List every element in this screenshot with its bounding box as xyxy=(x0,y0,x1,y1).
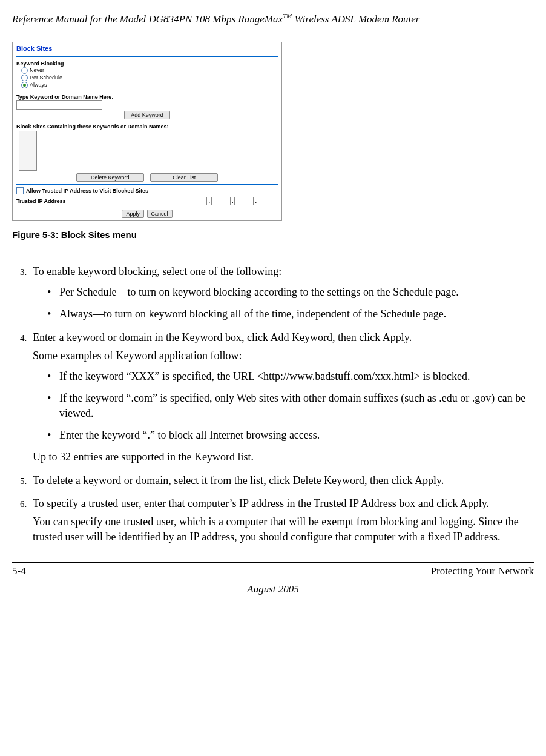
footer-section: Protecting Your Network xyxy=(431,565,534,577)
figure-caption: Figure 5-3: Block Sites menu xyxy=(12,230,534,240)
divider xyxy=(16,91,278,91)
sub-item: If the keyword “XXX” is specified, the U… xyxy=(47,369,534,383)
block-sites-screenshot: Block Sites Keyword Blocking Never Per S… xyxy=(12,42,282,221)
page-footer: 5-4 Protecting Your Network xyxy=(12,562,534,577)
clear-list-button[interactable]: Clear List xyxy=(150,173,218,182)
list-item: To enable keyword blocking, select one o… xyxy=(29,264,534,322)
header-title-pre: Reference Manual for the Model DG834PN 1… xyxy=(12,13,283,25)
sub-item: If the keyword “.com” is specified, only… xyxy=(47,391,534,420)
list-item: To delete a keyword or domain, select it… xyxy=(29,473,534,488)
sub-item: Enter the keyword “.” to block all Inter… xyxy=(47,428,534,442)
li4-p1: Some examples of Keyword application fol… xyxy=(33,348,534,363)
radio-icon-selected xyxy=(21,82,28,88)
ip-octet-3[interactable] xyxy=(234,197,254,205)
header-title-post: Wireless ADSL Modem Router xyxy=(292,13,419,25)
ip-octet-2[interactable] xyxy=(211,197,231,205)
divider xyxy=(16,184,278,185)
keyword-blocking-label: Keyword Blocking xyxy=(16,61,278,67)
radio-never[interactable]: Never xyxy=(21,67,278,74)
radio-always[interactable]: Always xyxy=(21,82,278,88)
list-item: Enter a keyword or domain in the Keyword… xyxy=(29,330,534,465)
radio-icon xyxy=(21,67,28,74)
radio-label: Always xyxy=(30,82,47,88)
ip-octet-1[interactable] xyxy=(188,197,207,205)
containing-label: Block Sites Containing these Keywords or… xyxy=(16,124,278,130)
trademark-symbol: TM xyxy=(283,12,292,19)
delete-keyword-button[interactable]: Delete Keyword xyxy=(76,173,144,182)
ip-octet-4[interactable] xyxy=(258,197,277,205)
keyword-listbox[interactable] xyxy=(19,131,37,171)
list-item: To specify a trusted user, enter that co… xyxy=(29,496,534,544)
allow-trusted-row[interactable]: Allow Trusted IP Address to Visit Blocke… xyxy=(16,187,278,194)
radio-per-schedule[interactable]: Per Schedule xyxy=(21,75,278,81)
type-keyword-label: Type Keyword or Domain Name Here. xyxy=(16,94,278,100)
li6-text: To specify a trusted user, enter that co… xyxy=(33,497,489,509)
panel-title: Block Sites xyxy=(16,45,278,55)
checkbox-icon xyxy=(16,187,24,194)
keyword-input[interactable] xyxy=(16,100,102,110)
sub-item: Per Schedule—to turn on keyword blocking… xyxy=(47,285,534,299)
trusted-ip-row: Trusted IP Address . . . xyxy=(16,197,278,205)
radio-icon xyxy=(21,75,28,81)
li6-p1: You can specify one trusted user, which … xyxy=(33,514,534,544)
instruction-list: To enable keyword blocking, select one o… xyxy=(12,264,534,544)
sub-item: Always—to turn on keyword blocking all o… xyxy=(47,307,534,321)
li4-p2: Up to 32 entries are supported in the Ke… xyxy=(33,449,534,464)
footer-date: August 2005 xyxy=(12,583,534,595)
allow-trusted-label: Allow Trusted IP Address to Visit Blocke… xyxy=(26,188,148,194)
trusted-ip-label: Trusted IP Address xyxy=(16,198,66,204)
page-number: 5-4 xyxy=(12,565,26,577)
li3-text: To enable keyword blocking, select one o… xyxy=(33,265,281,277)
radio-label: Per Schedule xyxy=(30,75,62,81)
page-header: Reference Manual for the Model DG834PN 1… xyxy=(12,12,534,28)
divider xyxy=(16,208,278,208)
li4-text: Enter a keyword or domain in the Keyword… xyxy=(33,331,412,343)
apply-button[interactable]: Apply xyxy=(122,210,144,218)
divider xyxy=(16,56,278,57)
add-keyword-button[interactable]: Add Keyword xyxy=(124,111,170,119)
divider xyxy=(16,121,278,121)
cancel-button[interactable]: Cancel xyxy=(147,210,173,218)
radio-label: Never xyxy=(30,67,44,73)
